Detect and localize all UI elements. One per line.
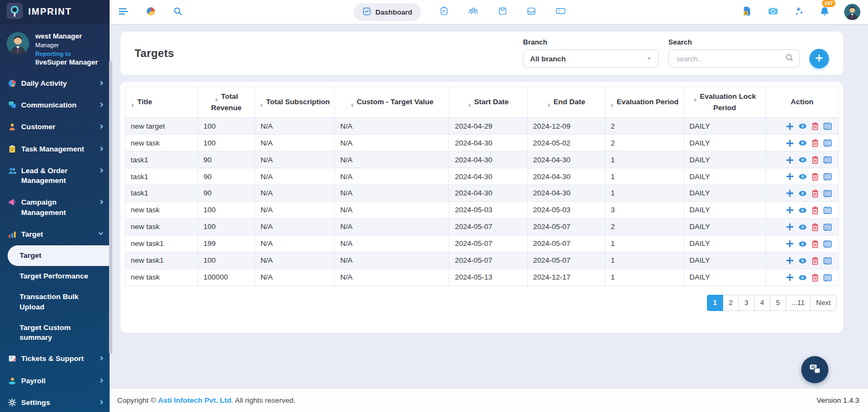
row-delete-button[interactable] [807, 257, 819, 265]
sidebar-item-payroll[interactable]: Payroll [0, 370, 110, 392]
table-row: task190N/AN/A2024-04-302024-04-301DAILY [125, 168, 839, 185]
list-icon [824, 189, 832, 198]
sidebar-item-communication[interactable]: Communication [0, 94, 110, 116]
row-add-button[interactable] [781, 189, 794, 197]
row-add-button[interactable] [781, 206, 794, 214]
sidebar-item-daily-activity[interactable]: Daily Activity [0, 73, 110, 94]
sidebar-item-label: Task Management [21, 144, 94, 154]
company-link[interactable]: Asti Infotech Pvt. Ltd [158, 396, 231, 404]
table-row: new target100N/AN/A2024-04-292024-12-092… [125, 118, 839, 135]
search-input[interactable] [675, 54, 785, 64]
row-details-button[interactable] [819, 223, 832, 231]
row-delete-button[interactable] [807, 122, 819, 130]
row-view-button[interactable] [794, 257, 807, 265]
page-button-4[interactable]: 4 [754, 295, 770, 311]
row-delete-button[interactable] [807, 156, 819, 164]
column-header-custom-target-value[interactable]: ▲▼Custom - Target Value [335, 87, 449, 118]
row-details-button[interactable] [819, 206, 832, 214]
branch-select[interactable]: All branch ▼ [523, 49, 659, 68]
nav-inbox-button[interactable] [526, 5, 537, 18]
sidebar-item-target[interactable]: Target [0, 224, 110, 245]
sidebar-toggle-button[interactable] [117, 7, 130, 18]
sidebar-subitem-target-performance[interactable]: Target Performance [0, 266, 110, 287]
scrollbar-thumb[interactable] [109, 61, 112, 354]
row-add-button[interactable] [781, 140, 794, 147]
screenshot-button[interactable] [767, 5, 780, 20]
row-details-button[interactable] [819, 274, 832, 282]
row-add-button[interactable] [781, 257, 794, 264]
row-view-button[interactable] [794, 139, 807, 147]
nav-dashboard[interactable]: Dashboard [354, 3, 421, 21]
chat-button[interactable] [801, 356, 828, 383]
row-delete-button[interactable] [807, 274, 819, 282]
column-header-total-subscription[interactable]: ▲▼Total Subscription [255, 87, 335, 118]
sidebar-subitem-target-custom-summary[interactable]: Target Custom summary [0, 318, 110, 348]
row-add-button[interactable] [781, 173, 794, 180]
row-add-button[interactable] [781, 240, 794, 248]
sidebar-subitem-transaction-bulk-upload[interactable]: Transaction Bulk Upload [0, 287, 110, 317]
nav-team-button[interactable] [467, 5, 480, 18]
column-header-evaluation-period[interactable]: ▲▼Evaluation Period [605, 87, 684, 118]
row-details-button[interactable] [819, 156, 832, 164]
page-button-3[interactable]: 3 [738, 295, 755, 311]
row-add-button[interactable] [781, 274, 794, 281]
row-delete-button[interactable] [807, 240, 819, 248]
notifications-button[interactable]: 237 [818, 5, 831, 20]
column-header-title[interactable]: ▲▼Title [125, 87, 198, 118]
sidebar-item-lead-order-management[interactable]: Lead & Order Management [0, 160, 110, 192]
nav-orders-button[interactable] [497, 5, 508, 18]
nav-tasks-button[interactable] [438, 5, 450, 18]
row-delete-button[interactable] [807, 189, 819, 198]
row-details-button[interactable] [819, 173, 832, 181]
row-add-button[interactable] [781, 223, 794, 231]
main-area: Dashboard [110, 0, 868, 412]
user-profile[interactable]: west Manager Manager Reporting to liveSu… [0, 24, 110, 73]
row-view-button[interactable] [794, 122, 807, 130]
nav-tickets-button[interactable] [554, 6, 567, 18]
add-target-button[interactable] [809, 49, 829, 68]
page-button-5[interactable]: 5 [770, 295, 786, 311]
global-search-button[interactable] [172, 5, 183, 18]
row-view-button[interactable] [794, 240, 807, 248]
page-button-1[interactable]: 1 [707, 295, 723, 311]
row-details-button[interactable] [819, 240, 832, 248]
column-header-total-revenue[interactable]: ▲▼Total Revenue [198, 87, 255, 118]
sidebar-item-campaign-management[interactable]: Campaign Management [0, 192, 110, 223]
list-icon [824, 173, 832, 181]
column-header-start-date[interactable]: ▲▼Start Date [449, 87, 527, 118]
row-view-button[interactable] [794, 274, 807, 282]
cell-total-revenue: 100 [198, 135, 255, 151]
row-view-button[interactable] [794, 189, 807, 198]
page-button-2[interactable]: 2 [723, 295, 739, 311]
row-delete-button[interactable] [807, 223, 819, 231]
sidebar-item-settings[interactable]: Settings [0, 392, 110, 412]
page-button-next[interactable]: Next [810, 295, 837, 311]
list-icon [824, 223, 832, 231]
row-add-button[interactable] [781, 156, 794, 164]
sidebar-item-tickets-support[interactable]: Tickets & Support [0, 348, 110, 370]
sidebar-item-customer[interactable]: Customer [0, 116, 110, 138]
row-delete-button[interactable] [807, 206, 819, 214]
row-delete-button[interactable] [807, 173, 819, 181]
row-view-button[interactable] [794, 223, 807, 231]
row-details-button[interactable] [819, 139, 832, 147]
row-view-button[interactable] [794, 156, 807, 164]
column-header-evaluation-lock-period[interactable]: ▲▼Evaluation Lock Period [684, 87, 765, 118]
analytics-button[interactable] [145, 5, 157, 19]
profile-avatar[interactable] [844, 4, 860, 20]
row-details-button[interactable] [819, 257, 832, 265]
row-delete-button[interactable] [807, 139, 819, 147]
row-add-button[interactable] [781, 123, 794, 130]
export-report-button[interactable] [741, 5, 754, 19]
row-details-button[interactable] [819, 189, 832, 198]
row-view-button[interactable] [794, 173, 807, 181]
app-logo[interactable]: IMPRINT [0, 0, 110, 24]
row-view-button[interactable] [794, 206, 807, 214]
row-details-button[interactable] [819, 122, 832, 130]
sidebar-subitem-target[interactable]: Target [8, 245, 110, 266]
user-role: Manager [35, 42, 98, 48]
ai-assistant-button[interactable] [793, 5, 805, 19]
column-header-end-date[interactable]: ▲▼End Date [527, 87, 605, 118]
sidebar-item-task-management[interactable]: Task Management [0, 138, 110, 160]
page-button-11[interactable]: ...11 [786, 295, 810, 311]
